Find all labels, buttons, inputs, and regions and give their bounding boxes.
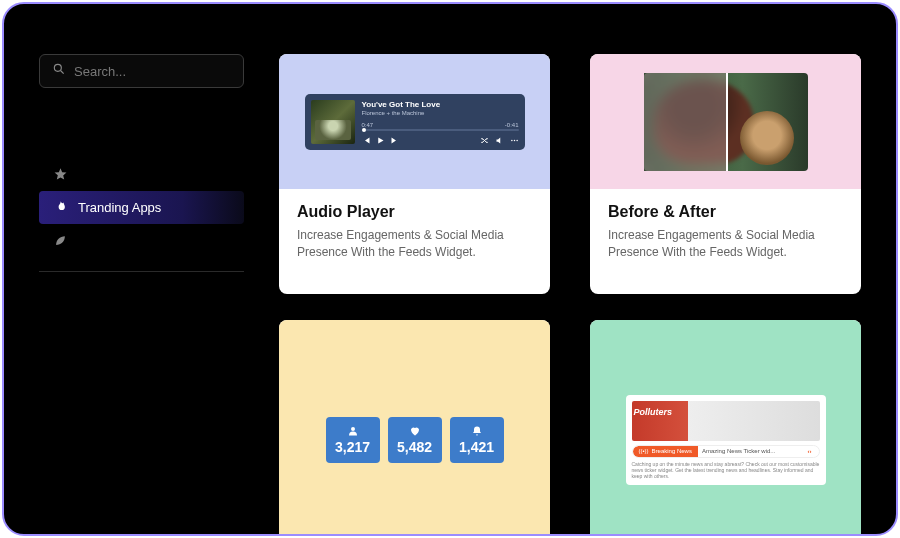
progress-bar[interactable]: [362, 129, 519, 131]
counter-likes: 5,482: [388, 417, 442, 463]
next-icon[interactable]: [390, 136, 399, 146]
album-art: [311, 100, 355, 144]
ticker-nav[interactable]: ‹›: [801, 448, 819, 454]
card-meta: Before & After Increase Engagements & So…: [590, 189, 861, 276]
card-desc: Increase Engagements & Social Media Pres…: [608, 227, 843, 262]
svg-point-4: [516, 139, 518, 141]
breaking-label: Breaking News: [652, 448, 692, 454]
sidebar-item-eco[interactable]: [39, 224, 244, 257]
sidebar: Tranding Apps: [39, 54, 244, 534]
search-box[interactable]: [39, 54, 244, 88]
card-thumb: 3,217 5,482 1,421: [279, 320, 550, 536]
card-thumb: You've Got The Love Florence + the Machi…: [279, 54, 550, 189]
counter-value: 3,217: [335, 439, 370, 455]
card-audio-player[interactable]: You've Got The Love Florence + the Machi…: [279, 54, 550, 294]
search-icon: [52, 62, 66, 80]
time-current: 0:47: [362, 122, 374, 128]
counter-alerts: 1,421: [450, 417, 504, 463]
slider-handle[interactable]: [726, 73, 728, 171]
sidebar-item-label: Tranding Apps: [78, 200, 161, 215]
svg-line-1: [61, 71, 64, 74]
card-news-ticker[interactable]: ((•)) Breaking News Amazing News Ticker …: [590, 320, 861, 536]
breaking-tag: ((•)) Breaking News: [633, 446, 698, 457]
card-desc: Increase Engagements & Social Media Pres…: [297, 227, 532, 262]
sidebar-nav: Tranding Apps: [39, 158, 244, 272]
search-input[interactable]: [74, 64, 242, 79]
time-remaining: -0:41: [505, 122, 519, 128]
counter-value: 1,421: [459, 439, 494, 455]
svg-point-3: [513, 139, 515, 141]
card-thumb: ((•)) Breaking News Amazing News Ticker …: [590, 320, 861, 536]
svg-point-2: [511, 139, 513, 141]
play-icon[interactable]: [376, 136, 385, 146]
card-thumb: [590, 54, 861, 189]
app-frame: Tranding Apps You've: [2, 2, 898, 536]
before-after-widget: [644, 73, 808, 171]
blur-overlay: [644, 73, 726, 171]
player-info: You've Got The Love Florence + the Machi…: [362, 100, 519, 144]
news-hero-image: [632, 401, 820, 441]
counters-row: 3,217 5,482 1,421: [326, 417, 504, 463]
ticker-text: Amazing News Ticker wid...: [698, 448, 801, 454]
broadcast-icon: ((•)): [639, 448, 649, 454]
star-icon: [53, 167, 68, 182]
news-desc: Catching up on the minute news and stay …: [632, 461, 820, 479]
news-ticker-bar: ((•)) Breaking News Amazing News Ticker …: [632, 445, 820, 458]
volume-icon[interactable]: [495, 136, 504, 146]
sidebar-separator: [39, 271, 244, 272]
card-counter[interactable]: 3,217 5,482 1,421: [279, 320, 550, 536]
sidebar-item-trending[interactable]: Tranding Apps: [39, 191, 244, 224]
heart-icon: [409, 425, 421, 437]
cards-grid: You've Got The Love Florence + the Machi…: [279, 54, 861, 534]
card-meta: Audio Player Increase Engagements & Soci…: [279, 189, 550, 276]
flame-icon: [53, 200, 68, 215]
prev-icon[interactable]: [362, 136, 371, 146]
card-title: Before & After: [608, 203, 843, 221]
counter-value: 5,482: [397, 439, 432, 455]
track-title: You've Got The Love: [362, 100, 519, 109]
bell-icon: [471, 425, 483, 437]
user-icon: [347, 425, 359, 437]
svg-point-0: [54, 64, 61, 71]
card-before-after[interactable]: Before & After Increase Engagements & So…: [590, 54, 861, 294]
news-widget: ((•)) Breaking News Amazing News Ticker …: [626, 395, 826, 485]
card-title: Audio Player: [297, 203, 532, 221]
counter-users: 3,217: [326, 417, 380, 463]
layout: Tranding Apps You've: [4, 4, 896, 534]
menu-icon[interactable]: [510, 136, 519, 146]
photo-dog: [740, 111, 794, 165]
leaf-icon: [53, 233, 68, 248]
audio-player-widget: You've Got The Love Florence + the Machi…: [305, 94, 525, 150]
sidebar-item-favorites[interactable]: [39, 158, 244, 191]
shuffle-icon[interactable]: [480, 136, 489, 146]
track-artist: Florence + the Machine: [362, 110, 519, 116]
